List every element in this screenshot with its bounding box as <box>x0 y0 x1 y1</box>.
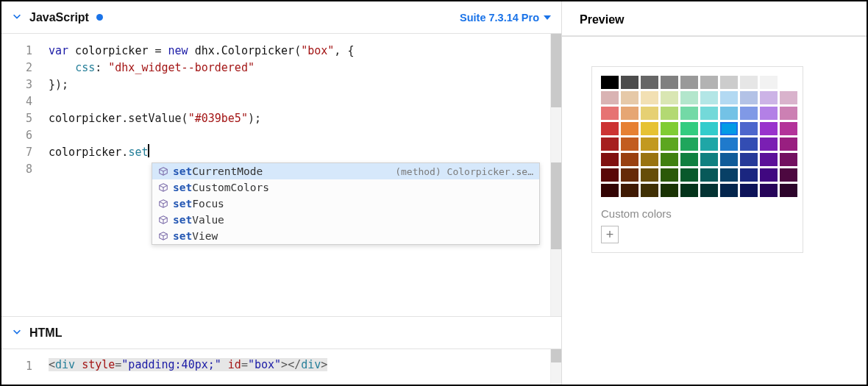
color-swatch[interactable] <box>621 168 638 182</box>
color-swatch[interactable] <box>680 122 698 135</box>
html-editor[interactable]: 1 <div style="padding:40px;" id="box"></… <box>1 349 561 385</box>
autocomplete-item[interactable]: setFocus <box>152 196 539 212</box>
autocomplete-popup[interactable]: setCurrentMode(method) Colorpicker.se…se… <box>152 162 540 245</box>
color-swatch[interactable] <box>760 168 778 182</box>
color-swatch[interactable] <box>641 168 658 182</box>
color-swatch[interactable] <box>641 107 658 120</box>
color-swatch[interactable] <box>621 76 638 89</box>
color-swatch[interactable] <box>661 168 678 182</box>
color-swatch[interactable] <box>680 107 698 120</box>
color-swatch[interactable] <box>700 184 718 197</box>
color-swatch[interactable] <box>740 122 758 135</box>
color-swatch[interactable] <box>720 122 738 135</box>
editor-scrollbar[interactable] <box>550 349 561 385</box>
color-swatch[interactable] <box>720 168 738 182</box>
color-swatch[interactable] <box>661 91 678 104</box>
color-swatch[interactable] <box>601 76 619 89</box>
color-swatch[interactable] <box>720 153 738 166</box>
color-swatch[interactable] <box>740 184 758 197</box>
color-swatch[interactable] <box>740 91 758 104</box>
color-swatch[interactable] <box>680 76 698 89</box>
color-swatch[interactable] <box>661 184 678 197</box>
version-dropdown[interactable]: Suite 7.3.14 Pro <box>460 12 551 24</box>
autocomplete-item[interactable]: setCurrentMode(method) Colorpicker.se… <box>152 163 539 179</box>
color-swatch[interactable] <box>601 184 619 197</box>
color-swatch[interactable] <box>661 137 678 151</box>
color-swatch[interactable] <box>700 91 718 104</box>
autocomplete-item[interactable]: setValue <box>152 212 539 228</box>
color-swatch[interactable] <box>601 122 619 135</box>
color-swatch[interactable] <box>641 137 658 151</box>
autocomplete-item[interactable]: setView <box>152 228 539 244</box>
collapse-icon[interactable] <box>12 326 22 340</box>
color-swatch[interactable] <box>720 107 738 120</box>
palette-grid[interactable] <box>601 76 794 197</box>
color-swatch[interactable] <box>680 91 698 104</box>
html-code-area[interactable]: <div style="padding:40px;" id="box"></di… <box>43 349 561 385</box>
color-swatch[interactable] <box>720 91 738 104</box>
color-swatch[interactable] <box>780 168 797 182</box>
color-swatch[interactable] <box>700 137 718 151</box>
color-swatch[interactable] <box>661 107 678 120</box>
autocomplete-item[interactable]: setCustomColors <box>152 179 539 196</box>
color-swatch[interactable] <box>780 107 797 120</box>
color-swatch[interactable] <box>601 107 619 120</box>
color-swatch[interactable] <box>720 184 738 197</box>
color-swatch[interactable] <box>680 184 698 197</box>
color-swatch[interactable] <box>740 107 758 120</box>
color-swatch[interactable] <box>740 76 758 89</box>
color-swatch[interactable] <box>641 91 658 104</box>
color-swatch[interactable] <box>621 184 638 197</box>
color-swatch[interactable] <box>621 122 638 135</box>
color-swatch[interactable] <box>720 76 738 89</box>
color-swatch[interactable] <box>641 76 658 89</box>
color-swatch[interactable] <box>621 91 638 104</box>
text-cursor <box>148 144 149 157</box>
color-swatch[interactable] <box>760 122 778 135</box>
color-swatch[interactable] <box>641 184 658 197</box>
color-swatch[interactable] <box>621 153 638 166</box>
color-swatch[interactable] <box>661 153 678 166</box>
color-swatch[interactable] <box>601 91 619 104</box>
color-swatch[interactable] <box>700 122 718 135</box>
color-swatch[interactable] <box>661 76 678 89</box>
color-swatch[interactable] <box>780 153 797 166</box>
js-editor[interactable]: 12345678 var colorpicker = new dhx.Color… <box>1 34 561 316</box>
color-swatch[interactable] <box>700 107 718 120</box>
color-swatch[interactable] <box>720 137 738 151</box>
color-swatch[interactable] <box>760 184 778 197</box>
color-swatch[interactable] <box>621 107 638 120</box>
color-swatch[interactable] <box>700 153 718 166</box>
add-custom-color-button[interactable]: + <box>601 226 619 243</box>
js-gutter: 12345678 <box>1 34 43 316</box>
color-swatch[interactable] <box>760 153 778 166</box>
method-icon <box>158 215 168 225</box>
color-swatch[interactable] <box>601 168 619 182</box>
color-swatch[interactable] <box>621 137 638 151</box>
color-swatch[interactable] <box>680 153 698 166</box>
colorpicker-widget[interactable]: Custom colors + <box>591 66 803 253</box>
color-swatch[interactable] <box>760 91 778 104</box>
color-swatch[interactable] <box>740 168 758 182</box>
color-swatch[interactable] <box>700 76 718 89</box>
color-swatch[interactable] <box>780 122 797 135</box>
color-swatch[interactable] <box>780 91 797 104</box>
color-swatch[interactable] <box>680 168 698 182</box>
color-swatch[interactable] <box>740 137 758 151</box>
color-swatch[interactable] <box>700 168 718 182</box>
color-swatch[interactable] <box>780 137 797 151</box>
color-swatch[interactable] <box>760 137 778 151</box>
color-swatch[interactable] <box>641 153 658 166</box>
color-swatch[interactable] <box>760 107 778 120</box>
color-swatch[interactable] <box>680 137 698 151</box>
color-swatch[interactable] <box>661 122 678 135</box>
color-swatch[interactable] <box>780 184 797 197</box>
color-swatch[interactable] <box>740 153 758 166</box>
color-swatch[interactable] <box>601 137 619 151</box>
color-swatch[interactable] <box>780 76 797 89</box>
color-swatch[interactable] <box>760 76 778 89</box>
color-swatch[interactable] <box>601 153 619 166</box>
color-swatch[interactable] <box>641 122 658 135</box>
editor-scrollbar[interactable] <box>550 34 561 316</box>
collapse-icon[interactable] <box>12 11 22 24</box>
